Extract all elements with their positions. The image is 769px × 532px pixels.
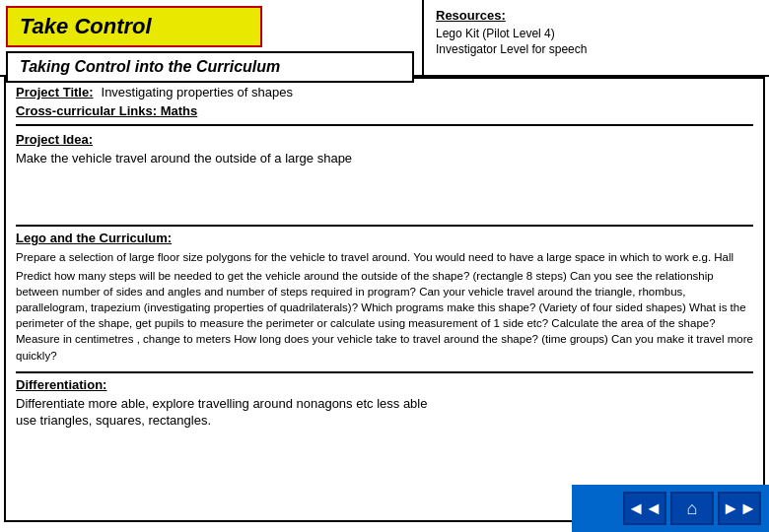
project-idea-text: Make the vehicle travel around the outsi… xyxy=(16,151,753,166)
home-button[interactable]: ⌂ xyxy=(670,492,714,525)
header-left: Take Control Taking Control into the Cur… xyxy=(0,0,424,75)
lego-paragraph-1: Prepare a selection of large floor size … xyxy=(16,249,753,265)
subtitle-banner: Taking Control into the Curriculum xyxy=(6,51,414,83)
project-title-value: Investigating properties of shapes xyxy=(102,85,293,100)
forward-button[interactable]: ►► xyxy=(718,492,761,525)
header-right: Resources: Lego Kit (Pilot Level 4) Inve… xyxy=(424,0,769,75)
lego-paragraph-2: Predict how many steps will be needed to… xyxy=(16,268,753,364)
project-idea-label: Project Idea: xyxy=(16,132,753,147)
project-title-row: Project Title: Investigating properties … xyxy=(16,85,753,100)
lego-section: Lego and the Curriculum: Prepare a selec… xyxy=(16,225,753,364)
footer-nav: ◄◄ ⌂ ►► xyxy=(572,485,769,532)
divider-1 xyxy=(16,124,753,126)
resource-item-1: Lego Kit (Pilot Level 4) xyxy=(436,27,757,40)
project-title-label: Project Title: xyxy=(16,85,94,100)
back-button[interactable]: ◄◄ xyxy=(623,492,666,525)
resource-item-2: Investigator Level for speech xyxy=(436,42,757,56)
lego-label: Lego and the Curriculum: xyxy=(16,231,753,245)
content-wrapper: Project Title: Investigating properties … xyxy=(4,77,765,522)
differentiation-section: Differentiation: Differentiate more able… xyxy=(16,371,753,428)
resources-title: Resources: xyxy=(436,8,757,23)
take-control-banner: Take Control xyxy=(6,6,262,47)
differentiation-label: Differentiation: xyxy=(16,377,753,392)
differentiation-text-1: Differentiate more able, explore travell… xyxy=(16,396,753,411)
inner-content: Project Title: Investigating properties … xyxy=(6,79,763,435)
cross-curricular: Cross-curricular Links: Maths xyxy=(16,103,753,118)
header: Take Control Taking Control into the Cur… xyxy=(0,0,769,77)
differentiation-text-2: use triangles, squares, rectangles. xyxy=(16,413,753,428)
